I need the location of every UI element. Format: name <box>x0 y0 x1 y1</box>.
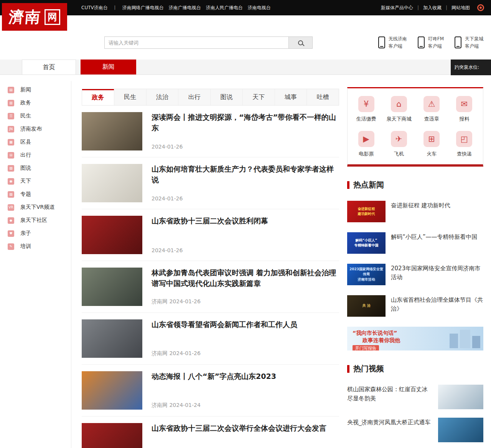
nav-tab-home[interactable]: 首页 <box>22 60 76 74</box>
service-label: 生活缴费 <box>356 116 376 122</box>
hot-news-thumbnail: 解码“小巨人” 专精特新看中国 <box>347 232 386 254</box>
article-meta: 济南网 2024-01-26 <box>152 350 201 357</box>
site-logo-badge: 网 <box>44 9 60 25</box>
mall-icon: ⌂ <box>391 96 407 112</box>
sidebar-item[interactable]: ▧图说 <box>8 162 71 175</box>
sidebar-item[interactable]: ◉天下 <box>8 175 71 188</box>
app-download[interactable]: 无线济南客户端 <box>378 35 407 50</box>
main-nav: 首页新闻 趵突泉水位: <box>0 60 491 75</box>
sidebar-item[interactable]: ▥政务 <box>8 96 71 109</box>
service-item[interactable]: ✈飞机 <box>382 131 415 157</box>
article-body: 深读两会丨推进文明探源，“海岱考古”带你看不一样的山东2024-01-26 <box>152 112 339 150</box>
topbar-link[interactable]: 济南人民广播电台 <box>206 5 243 11</box>
topbar-links-right-wrap: 新媒体产品中心|加入收藏|网站地图 <box>377 4 484 11</box>
service-label: 泉天下商城 <box>386 116 411 122</box>
article-item[interactable]: 山东如何培育壮大新质生产力？代表委员和专家学者这样说2024-01-26 <box>82 157 339 209</box>
sidebar-item[interactable]: ✎培训 <box>8 240 71 253</box>
banner-tag: 开门写报告 <box>353 345 379 350</box>
topbar-link[interactable]: 加入收藏 <box>419 5 446 11</box>
service-item[interactable]: ◰查快递 <box>448 131 481 157</box>
app-label: 叮咚FM客户端 <box>428 35 444 50</box>
hot-news-item[interactable]: 共 治山东省首档社会治理全媒体节目《共治》 <box>347 295 483 317</box>
sidebar-item[interactable]: ♥亲子 <box>8 227 71 240</box>
weibo-icon[interactable] <box>477 4 484 11</box>
hot-news-item[interactable]: 解码“小巨人” 专精特新看中国解码“小巨人”——专精特新看中国 <box>347 232 483 254</box>
right-column: ¥生活缴费⌂泉天下商城⚠查违章✉报料▶电影票✈飞机⊞火车◰查快递 热点新闻 奋进… <box>347 81 483 448</box>
sidebar-menu: ▤新闻▥政务☰民生JN济南发布▦区县⊟出行▧图说◉天下▨专题VR泉天下VR频道◆… <box>0 81 71 448</box>
category-tab[interactable]: 政务 <box>82 89 114 105</box>
sidebar-item[interactable]: ☰民生 <box>8 109 71 122</box>
sidebar-item-icon: ◆ <box>8 217 14 224</box>
hot-video-item[interactable]: 棋山国家森林公园：红崖百丈冰 尽显冬韵美 <box>347 385 483 409</box>
mayor-hotline-banner[interactable]: “我向市长说句话” 政事连着你我他 开门写报告 <box>347 327 483 350</box>
sidebar-item[interactable]: ◆泉天下社区 <box>8 214 71 227</box>
topbar-link[interactable]: 济南广播电视台 <box>169 5 201 11</box>
hot-video-item[interactable]: 央视_济南黄河凤凰大桥正式通车 <box>347 418 483 442</box>
hot-news-item[interactable]: 奋进新征程 建功新时代奋进新征程 建功新时代 <box>347 201 483 222</box>
article-item[interactable]: 动态海报丨八个“新”字点亮山东2023济南网 2024-01-24 <box>82 365 339 417</box>
service-item[interactable]: ✉报料 <box>448 96 481 122</box>
category-tab[interactable]: 图说 <box>210 89 242 105</box>
banner-line1: “我向市长说句话” <box>353 329 483 337</box>
article-thumbnail <box>82 164 142 202</box>
topbar-link[interactable]: 济南电视台 <box>248 5 271 11</box>
article-item[interactable]: 山东省领导看望省两会新闻工作者和工作人员济南网 2024-01-26 <box>82 313 339 365</box>
express-tracking-icon: ◰ <box>456 131 472 147</box>
app-download[interactable]: 天下泉城客户端 <box>455 35 483 50</box>
app-label: 天下泉城客户端 <box>465 35 483 50</box>
article-item[interactable]: 山东省政协十三届二次会议举行全体会议进行大会发言济南网 2024-01-24 <box>82 417 339 448</box>
sidebar-item-label: 新闻 <box>20 86 31 93</box>
spring-water-level-ticker: 趵突泉水位: <box>451 60 491 75</box>
sidebar-item[interactable]: ▤新闻 <box>8 83 71 96</box>
utility-pay-icon: ¥ <box>358 96 374 112</box>
category-tab[interactable]: 法治 <box>146 89 178 105</box>
site-logo[interactable]: 濟南 网 <box>2 3 67 31</box>
sidebar-item[interactable]: ▦区县 <box>8 136 71 149</box>
article-body: 山东省领导看望省两会新闻工作者和工作人员济南网 2024-01-26 <box>152 319 339 358</box>
hot-video-thumbnail <box>438 385 483 409</box>
sidebar-item-icon: ◉ <box>8 178 14 185</box>
hot-news-item[interactable]: 2023国家网络安全宣传周 济南市活动2023年国家网络安全宣传周济南市活动 <box>347 264 483 285</box>
article-meta: 2024-01-26 <box>152 144 183 150</box>
service-item[interactable]: ¥生活缴费 <box>350 96 382 122</box>
app-label-line2: 客户端 <box>465 43 479 49</box>
article-item[interactable]: 林武参加青岛代表团审议时强调 着力加强和创新社会治理 谱写中国式现代化山东实践新… <box>82 261 339 313</box>
search-input[interactable] <box>104 36 289 49</box>
topbar: CUTV济南台丨济南网络广播电视台济南广播电视台济南人民广播电台济南电视台 新媒… <box>0 0 491 15</box>
train-icon: ⊞ <box>423 131 440 147</box>
service-item[interactable]: ⌂泉天下商城 <box>382 96 415 122</box>
hot-video-title: 央视_济南黄河凤凰大桥正式通车 <box>347 418 432 442</box>
sidebar-item-icon: ☰ <box>8 113 14 119</box>
site-logo-text: 濟南 <box>8 7 42 28</box>
article-item[interactable]: 山东省政协十三届二次会议胜利闭幕2024-01-26 <box>82 209 339 261</box>
sidebar-item[interactable]: JN济南发布 <box>8 122 71 136</box>
category-tab[interactable]: 天下 <box>242 89 275 105</box>
hot-news-thumbnail: 2023国家网络安全宣传周 济南市活动 <box>347 264 386 285</box>
header: 无线济南客户端叮咚FM客户端天下泉城客户端 <box>0 15 491 60</box>
sidebar-item-icon: ▧ <box>8 165 14 172</box>
hot-news-title: 热点新闻 <box>353 180 384 190</box>
hot-news-title: 山东省首档社会治理全媒体节目《共治》 <box>391 295 483 317</box>
topbar-link[interactable]: 济南网络广播电视台 <box>122 5 164 11</box>
sidebar-item[interactable]: VR泉天下VR频道 <box>8 201 71 214</box>
service-item[interactable]: ⚠查违章 <box>415 96 448 122</box>
app-label: 无线济南客户端 <box>389 35 407 50</box>
article-body: 山东省政协十三届二次会议举行全体会议进行大会发言济南网 2024-01-24 <box>152 423 339 448</box>
category-tab[interactable]: 城事 <box>275 89 307 105</box>
service-item[interactable]: ▶电影票 <box>350 131 382 157</box>
service-item[interactable]: ⊞火车 <box>415 131 448 157</box>
article-item[interactable]: 深读两会丨推进文明探源，“海岱考古”带你看不一样的山东2024-01-26 <box>82 106 339 157</box>
sidebar-item[interactable]: ⊟出行 <box>8 149 71 162</box>
hot-video-list: 棋山国家森林公园：红崖百丈冰 尽显冬韵美央视_济南黄河凤凰大桥正式通车 <box>347 385 483 442</box>
category-tab[interactable]: 吐槽 <box>306 89 339 105</box>
search-button[interactable] <box>289 36 313 49</box>
app-download[interactable]: 叮咚FM客户端 <box>418 35 444 50</box>
topbar-link[interactable]: CUTV济南台 <box>81 5 108 11</box>
nav-tab-news[interactable]: 新闻 <box>81 60 136 74</box>
sidebar-item[interactable]: ▨专题 <box>8 188 71 201</box>
topbar-link[interactable]: 网站地图 <box>447 5 474 11</box>
topbar-link[interactable]: 新媒体产品中心 <box>377 5 417 11</box>
sidebar-item-icon: ▦ <box>8 139 14 145</box>
category-tab[interactable]: 民生 <box>114 89 146 105</box>
category-tab[interactable]: 出行 <box>178 89 210 105</box>
